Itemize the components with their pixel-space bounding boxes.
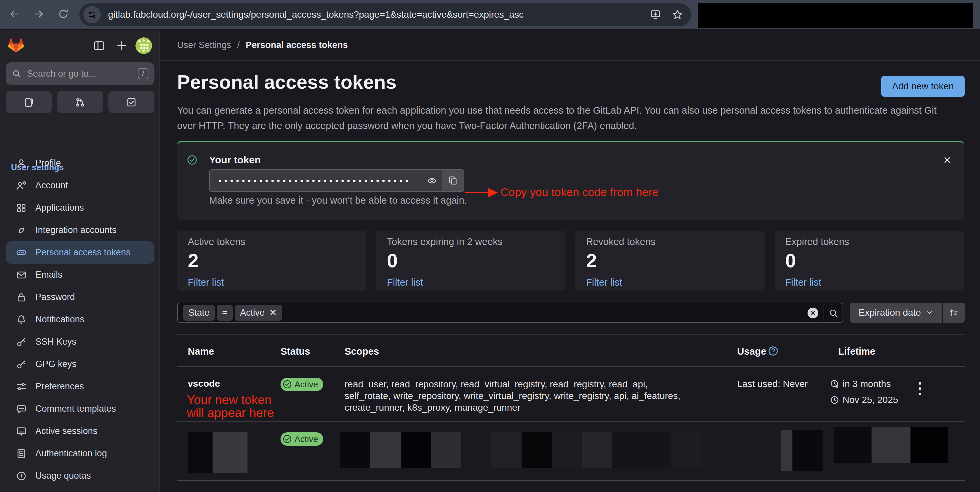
sidebar-item-preferences[interactable]: Preferences bbox=[6, 375, 154, 398]
sidebar: Search or go to... / User settings Profi… bbox=[0, 30, 160, 492]
copy-token-button[interactable] bbox=[442, 169, 464, 192]
sidebar-item-applications[interactable]: Applications bbox=[6, 197, 154, 219]
token-alert: Your token •••••••••••••••••••••••••••••… bbox=[177, 141, 964, 220]
token-lifetime: in 3 months Nov 25, 2025 bbox=[830, 377, 898, 407]
back-icon[interactable] bbox=[10, 9, 20, 19]
filtered-search-input[interactable]: State = Active ✕ ✕ bbox=[177, 303, 843, 323]
bell-icon bbox=[16, 314, 27, 325]
redacted-block bbox=[792, 430, 822, 471]
status-badge: Active bbox=[280, 378, 323, 391]
stat-card-active: Active tokens 2 Filter list bbox=[177, 231, 366, 290]
issues-button[interactable] bbox=[6, 91, 52, 113]
col-header-status: Status bbox=[280, 346, 310, 357]
filter-list-link[interactable]: Filter list bbox=[586, 277, 754, 288]
bookmark-star-icon[interactable] bbox=[672, 9, 683, 20]
redacted-region bbox=[698, 3, 973, 28]
screen: gitlab.fabcloud.org/-/user_settings/pers… bbox=[0, 0, 980, 492]
sidebar-item-comment-templates[interactable]: Comment templates bbox=[6, 398, 154, 420]
filter-chip-operator[interactable]: = bbox=[217, 305, 233, 321]
account-icon bbox=[16, 180, 27, 191]
token-value-field[interactable]: ••••••••••••••••••••••••••••••••• bbox=[209, 169, 422, 192]
stat-card-revoked: Revoked tokens 2 Filter list bbox=[575, 231, 765, 290]
sidebar-item-password[interactable]: Password bbox=[6, 286, 154, 308]
sidebar-item-usage-quotas[interactable]: Usage quotas bbox=[6, 465, 154, 487]
redacted-block bbox=[673, 432, 703, 468]
install-icon[interactable] bbox=[650, 9, 661, 20]
sidebar-item-gpg-keys[interactable]: GPG keys bbox=[6, 353, 154, 375]
sort-ascending-icon bbox=[949, 308, 959, 317]
stat-card-expired: Expired tokens 0 Filter list bbox=[775, 231, 964, 290]
sort-dropdown-button[interactable]: Expiration date bbox=[850, 303, 942, 323]
clear-filter-icon[interactable]: ✕ bbox=[808, 308, 818, 318]
redacted-block bbox=[552, 432, 582, 468]
check-circle-icon bbox=[283, 434, 292, 444]
sidebar-item-authentication-log[interactable]: Authentication log bbox=[6, 442, 154, 465]
check-circle-icon bbox=[187, 155, 197, 165]
col-header-usage: Usage bbox=[737, 346, 766, 357]
merge-requests-button[interactable] bbox=[57, 91, 103, 113]
sort-direction-button[interactable] bbox=[943, 303, 965, 323]
breadcrumb-parent[interactable]: User Settings bbox=[177, 40, 231, 50]
redacted-block bbox=[370, 432, 401, 468]
filter-list-link[interactable]: Filter list bbox=[387, 277, 555, 288]
main-content: User Settings / Personal access tokens P… bbox=[160, 30, 980, 492]
close-icon[interactable]: ✕ bbox=[943, 154, 951, 166]
filter-list-link[interactable]: Filter list bbox=[785, 277, 953, 288]
redacted-block bbox=[340, 432, 369, 468]
url-text[interactable]: gitlab.fabcloud.org/-/user_settings/pers… bbox=[108, 10, 524, 20]
reveal-token-button[interactable] bbox=[422, 169, 442, 192]
breadcrumb-bar: User Settings / Personal access tokens bbox=[160, 30, 980, 61]
add-new-token-button[interactable]: Add new token bbox=[881, 76, 965, 97]
col-header-name: Name bbox=[188, 346, 214, 357]
sidebar-item-active-sessions[interactable]: Active sessions bbox=[6, 420, 154, 442]
profile-icon bbox=[16, 158, 27, 169]
avatar[interactable] bbox=[135, 37, 152, 54]
token-name: vscode bbox=[188, 378, 220, 389]
chevron-down-icon bbox=[926, 309, 934, 317]
todo-button[interactable] bbox=[108, 91, 154, 113]
forward-icon[interactable] bbox=[33, 9, 44, 19]
token-scopes: read_user, read_repository, read_virtual… bbox=[345, 378, 681, 413]
sidebar-item-ssh-keys[interactable]: SSH Keys bbox=[6, 331, 154, 353]
lock-icon bbox=[16, 292, 27, 303]
filter-chip-key[interactable]: State bbox=[183, 305, 215, 321]
search-input[interactable]: Search or go to... / bbox=[6, 62, 154, 85]
sidebar-item-emails[interactable]: Emails bbox=[6, 263, 154, 286]
status-badge: Active bbox=[280, 432, 323, 446]
breadcrumb-separator: / bbox=[237, 40, 240, 50]
sidebar-item-integration-accounts[interactable]: Integration accounts bbox=[6, 219, 154, 241]
applications-icon bbox=[16, 203, 27, 213]
redacted-block bbox=[188, 432, 213, 473]
log-icon bbox=[16, 448, 27, 459]
sidebar-item-notifications[interactable]: Notifications bbox=[6, 308, 154, 331]
token-usage: Last used: Never bbox=[737, 379, 808, 389]
redacted-block bbox=[781, 430, 792, 471]
annotation-arrow-head bbox=[488, 188, 498, 197]
table-header-border bbox=[177, 366, 965, 367]
sidebar-item-account[interactable]: Account bbox=[6, 175, 154, 197]
sidebar-toggle-icon[interactable] bbox=[94, 40, 105, 51]
gauge-icon bbox=[16, 471, 27, 481]
sidebar-item-personal-access-tokens[interactable]: Personal access tokens bbox=[6, 241, 154, 263]
help-question-icon[interactable] bbox=[768, 346, 778, 356]
plus-icon[interactable] bbox=[116, 40, 127, 51]
sidebar-item-profile[interactable]: Profile bbox=[6, 152, 154, 175]
col-header-lifetime: Lifetime bbox=[838, 346, 875, 357]
filter-list-link[interactable]: Filter list bbox=[188, 277, 356, 288]
redacted-block bbox=[213, 432, 248, 473]
filter-chip-value[interactable]: Active ✕ bbox=[235, 305, 282, 321]
address-bar[interactable]: gitlab.fabcloud.org/-/user_settings/pers… bbox=[80, 3, 691, 26]
mail-icon bbox=[16, 270, 27, 280]
comment-icon bbox=[16, 404, 27, 414]
integrations-icon bbox=[16, 225, 27, 236]
reload-icon[interactable] bbox=[58, 9, 69, 19]
gitlab-logo-icon[interactable] bbox=[8, 37, 24, 53]
row-divider bbox=[177, 480, 965, 481]
site-settings-icon[interactable] bbox=[83, 6, 101, 23]
filter-search-icon[interactable] bbox=[828, 308, 839, 319]
search-placeholder: Search or go to... bbox=[27, 69, 138, 79]
chip-close-icon[interactable]: ✕ bbox=[269, 307, 277, 318]
row-annotation: Your new token will appear here bbox=[187, 393, 274, 419]
row-divider bbox=[177, 421, 965, 422]
row-actions-kebab-icon[interactable] bbox=[916, 380, 924, 397]
